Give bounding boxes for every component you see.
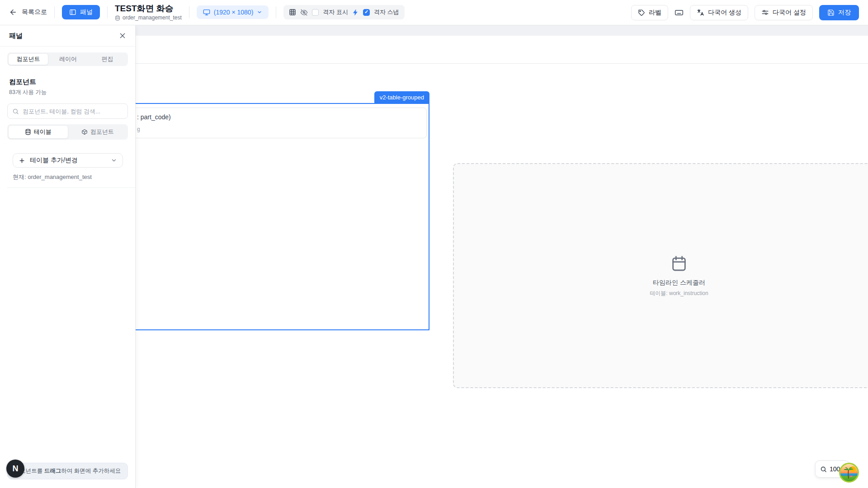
component-header-text: : part_code) bbox=[137, 113, 171, 121]
drag-hint: 컴포넌트를 드래그하여 화면에 추가하세요 bbox=[7, 463, 128, 479]
placeholder-table-name: 테이블: work_instruction bbox=[650, 290, 708, 297]
floppy-icon bbox=[827, 9, 835, 16]
i18n-settings-button[interactable]: 다국어 설정 bbox=[755, 5, 813, 20]
chevron-down-icon bbox=[111, 157, 117, 164]
component-header-subtext: g bbox=[137, 126, 140, 132]
view-toggle-components-label: 컴포넌트 bbox=[90, 128, 114, 136]
grid-show-label: 격자 표시 bbox=[323, 8, 348, 16]
grid-options-group: 격자 표시 격자 스냅 bbox=[283, 5, 404, 19]
components-section-title: 컴포넌트 bbox=[9, 78, 126, 86]
screen-size-dropdown[interactable]: (868 × 488) bbox=[197, 5, 269, 19]
screen-title-block: TEST화면 화승 order_management_test bbox=[115, 4, 182, 21]
view-toggle-tables-label: 테이블 bbox=[34, 128, 52, 136]
zoom-level-value: 100 bbox=[830, 465, 840, 473]
divider bbox=[276, 6, 276, 18]
panel-close-button[interactable] bbox=[119, 32, 126, 39]
chevron-down-icon bbox=[257, 9, 262, 15]
sidebar-panel-icon bbox=[69, 9, 76, 16]
current-table-label: 현재: order_management_test bbox=[13, 173, 123, 181]
i18n-generate-text: 다국어 생성 bbox=[708, 9, 741, 17]
view-toggle: 테이블 컴포넌트 bbox=[7, 124, 128, 140]
close-icon bbox=[119, 32, 126, 39]
palm-tree-shape bbox=[843, 466, 854, 479]
cube-icon bbox=[81, 129, 88, 135]
divider bbox=[54, 6, 55, 18]
panel-tab-bar: 컴포넌트 레이어 편집 bbox=[7, 52, 128, 66]
translate-icon bbox=[697, 9, 704, 16]
save-button[interactable]: 저장 bbox=[819, 5, 859, 20]
n-badge[interactable]: N bbox=[6, 460, 24, 478]
calendar-icon bbox=[670, 254, 688, 272]
back-to-list-button[interactable]: 목록으로 bbox=[9, 8, 47, 16]
tab-edit[interactable]: 편집 bbox=[88, 53, 127, 65]
grid-snap-checkbox[interactable] bbox=[363, 9, 370, 16]
divider bbox=[189, 6, 189, 18]
keyboard-shortcuts-button[interactable] bbox=[675, 8, 684, 17]
plus-icon bbox=[19, 157, 25, 164]
timeline-scheduler-placeholder[interactable]: 타임라인 스케줄러 테이블: work_instruction bbox=[453, 163, 868, 388]
divider bbox=[107, 6, 108, 18]
database-icon bbox=[25, 129, 31, 135]
search-icon bbox=[12, 108, 19, 115]
components-panel: 패널 컴포넌트 레이어 편집 컴포넌트 83개 사용 가능 테이블 bbox=[0, 25, 136, 488]
divider bbox=[7, 188, 135, 188]
bound-table-name: order_management_test bbox=[123, 15, 182, 21]
drag-hint-text: 컴포넌트를 드래그하여 화면에 추가하세요 bbox=[14, 467, 121, 475]
component-type-badge: v2-table-grouped bbox=[374, 91, 429, 103]
grid-snap-label: 격자 스냅 bbox=[374, 8, 399, 16]
magnifier-icon bbox=[820, 466, 827, 473]
placeholder-title: 타임라인 스케줄러 bbox=[653, 279, 705, 287]
add-change-table-button[interactable]: 테이블 추가/변경 bbox=[13, 153, 123, 168]
top-toolbar: 목록으로 패널 TEST화면 화승 order_management_test bbox=[0, 0, 868, 25]
tag-icon bbox=[638, 9, 645, 16]
grid-show-checkbox[interactable] bbox=[312, 9, 319, 16]
back-label: 목록으로 bbox=[22, 8, 47, 16]
monitor-icon bbox=[203, 9, 210, 16]
components-available-count: 83개 사용 가능 bbox=[9, 89, 126, 96]
page-title: TEST화면 화승 bbox=[115, 4, 182, 14]
tab-layers[interactable]: 레이어 bbox=[48, 53, 88, 65]
save-button-text: 저장 bbox=[838, 9, 851, 17]
sliders-icon bbox=[761, 9, 769, 16]
label-button[interactable]: 라벨 bbox=[631, 5, 668, 20]
island-overlay-icon[interactable] bbox=[839, 463, 859, 483]
keyboard-icon bbox=[675, 8, 684, 17]
grid-icon bbox=[289, 9, 296, 16]
panel-button-label: 패널 bbox=[80, 8, 93, 16]
panel-title: 패널 bbox=[9, 32, 23, 40]
add-change-table-label: 테이블 추가/변경 bbox=[30, 156, 78, 164]
lightning-icon bbox=[352, 9, 359, 16]
database-icon bbox=[115, 15, 120, 21]
i18n-settings-text: 다국어 설정 bbox=[773, 9, 806, 17]
i18n-generate-button[interactable]: 다국어 생성 bbox=[690, 5, 748, 20]
arrow-left-icon bbox=[9, 8, 17, 16]
eye-off-icon[interactable] bbox=[300, 9, 308, 16]
view-toggle-tables[interactable]: 테이블 bbox=[8, 125, 68, 139]
tab-components[interactable]: 컴포넌트 bbox=[8, 53, 48, 65]
label-button-text: 라벨 bbox=[649, 9, 661, 17]
view-toggle-components[interactable]: 컴포넌트 bbox=[68, 125, 127, 139]
component-search-input[interactable] bbox=[23, 108, 123, 115]
panel-toggle-button[interactable]: 패널 bbox=[62, 5, 100, 19]
component-search-box bbox=[7, 103, 128, 119]
divider bbox=[0, 46, 135, 47]
screen-size-value: (868 × 488) bbox=[214, 9, 254, 16]
